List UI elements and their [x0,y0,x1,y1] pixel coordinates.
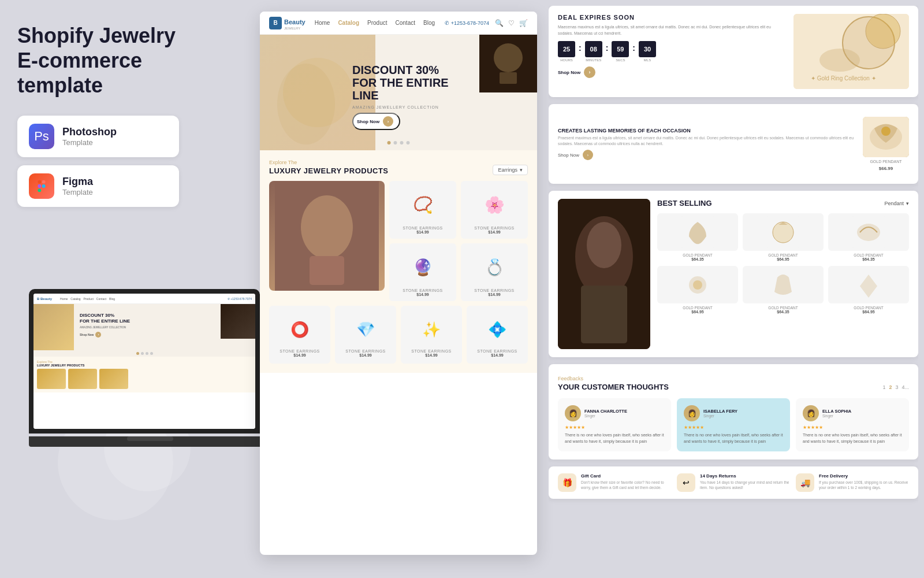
deal-cta-button[interactable]: Shop Now › [558,66,595,78]
avatar-3: 👩 [803,405,819,421]
featured-text: CREATES LASTING MEMORIES OF EACH OCCASIO… [558,128,856,161]
bs-product-1[interactable]: GOLD PENDANT $64.35 [657,213,738,261]
product-card-3[interactable]: 🔮 STONE EARRINGS $14.99 [389,243,456,301]
testimonials-title: YOUR CUSTOMER THOUGHTS [558,383,669,391]
products-eyebrow: Explore The [269,160,389,165]
bs-product-6[interactable]: GOLD PENDANT $64.95 [828,266,909,314]
ps-icon: Ps [29,124,54,149]
testimonials-eyebrow: Feedbacks [558,376,583,381]
page-1[interactable]: 1 [882,384,885,390]
bs-chevron-icon: ▾ [906,201,909,206]
product-card-1[interactable]: 📿 STONE EARRINGS $14.99 [389,181,456,239]
hero-discount: DISCOUNT 30% FOR THE ENTIRE LINE [352,64,474,102]
svg-rect-9 [500,72,517,84]
left-panel: Shopify Jewelry E-commerce template Ps P… [17,23,214,215]
featured-shop-btn[interactable]: Shop Now › [558,150,856,160]
search-icon[interactable]: 🔍 [495,19,504,27]
bs-product-2[interactable]: GOLD PENDANT $64.95 [743,213,824,261]
deal-image: ✦ Gold Ring Collection ✦ [793,14,909,89]
deal-cta-arrow: › [584,66,595,78]
feature-delivery-title: Free Delivery [819,473,909,479]
mini-logo: B Beauty [37,297,52,301]
featured-title: CREATES LASTING MEMORIES OF EACH OCCASIO… [558,128,856,134]
svg-rect-12 [310,256,344,285]
product-card-7[interactable]: ✨ STONE EARRINGS $14.99 [401,306,462,364]
hero-subtitle: AMAZING JEWELLERY COLLECTION [352,105,474,109]
page-title: Shopify Jewelry E-commerce template [17,23,214,98]
figma-badge[interactable]: Figma Template [17,165,179,207]
svg-point-16 [819,49,860,72]
feature-gift-title: Gift Card [581,473,671,479]
dot-3[interactable] [400,141,404,144]
deal-timer: 25 HOURS : 08 MINUTES : 59 SECS : 30 MLS [558,41,784,62]
nav-contact[interactable]: Contact [396,20,415,26]
laptop-screen-content: B Beauty Home Catalog Product Contact Bl… [33,294,255,429]
best-selling-section: BEST SELLING Pendant ▾ GOLD PENDANT $64.… [549,191,918,357]
stars-1: ★★★★★ [565,425,664,430]
site-logo: B Beauty JEWELRY [269,16,305,30]
feature-gift-card: 🎁 Gift Card Don't know their size or fav… [558,473,671,492]
svg-text:✦ Gold Ring Collection ✦: ✦ Gold Ring Collection ✦ [811,75,876,81]
featured-price: $66.99 [879,166,893,171]
mini-website: B Beauty Home Catalog Product Contact Bl… [33,294,255,429]
cart-icon[interactable]: 🛒 [519,19,528,27]
svg-rect-0 [38,180,41,183]
featured-description: Praesent maximus est a ligula ultrices, … [558,135,856,147]
laptop-mockup: B Beauty Home Catalog Product Contact Bl… [29,289,271,468]
nav-blog[interactable]: Blog [423,20,435,26]
photoshop-badge[interactable]: Ps Photoshop Template [17,116,179,157]
hero-section: DISCOUNT 30% FOR THE ENTIRE LINE AMAZING… [260,35,537,150]
product-model [269,181,385,301]
svg-rect-1 [42,180,46,183]
feature-delivery: 🚚 Free Delivery If you purchase over 100… [796,473,909,492]
svg-point-27 [773,222,793,243]
products-filter[interactable]: Earrings ▾ [493,165,528,175]
products-layout: 📿 STONE EARRINGS $14.99 🌸 STONE EARRINGS… [269,181,528,301]
mini-dots [33,350,255,357]
svg-rect-24 [581,286,627,343]
footer-features: 🎁 Gift Card Don't know their size or fav… [549,466,918,499]
bs-product-5[interactable]: GOLD PENDANT $64.35 [743,266,824,314]
delivery-icon: 🚚 [796,473,814,492]
gift-card-icon: 🎁 [558,473,576,492]
testimonial-2: 👩 ISABELLA FERY Singer ★★★★★ There is no… [677,398,790,451]
products-grid: 📿 STONE EARRINGS $14.99 🌸 STONE EARRINGS… [389,181,528,301]
page-4[interactable]: 4... [901,384,909,390]
stars-2: ★★★★★ [684,425,783,430]
feature-returns-desc: You have 14 days to change your mind and… [700,480,790,490]
timer-hours: 25 HOURS [558,41,575,62]
figma-sub: Template [62,188,93,197]
svg-point-6 [277,64,335,144]
nav-catalog[interactable]: Catalog [338,20,359,26]
nav-product[interactable]: Product [367,20,387,26]
bs-product-4[interactable]: GOLD PENDANT $64.95 [657,266,738,314]
svg-point-20 [881,127,891,136]
review-text-1: There is no one who loves pain itself, w… [565,432,664,444]
wishlist-icon[interactable]: ♡ [508,19,515,27]
product-card-4[interactable]: 💍 STONE EARRINGS $14.99 [461,243,528,301]
testimonials-pagination: 1 2 3 4... [882,384,909,390]
feature-delivery-desc: If you purchase over 100$, shipping is o… [819,480,909,490]
mini-hero-bg [33,304,74,350]
bs-content: BEST SELLING Pendant ▾ GOLD PENDANT $64.… [657,199,909,349]
product-card-6[interactable]: 💎 STONE EARRINGS $14.99 [335,306,396,364]
nav-home[interactable]: Home [315,20,330,26]
svg-point-11 [301,195,353,259]
dot-1[interactable] [388,141,391,144]
page-3[interactable]: 3 [895,384,898,390]
product-card-2[interactable]: 🌸 STONE EARRINGS $14.99 [461,181,528,239]
product-card-8[interactable]: 💠 STONE EARRINGS $14.99 [467,306,528,364]
hero-text: DISCOUNT 30% FOR THE ENTIRE LINE AMAZING… [352,64,474,130]
dot-4[interactable] [407,141,410,144]
review-text-3: There is no one who loves pain itself, w… [803,432,902,444]
logo-name: Beauty [284,18,305,25]
hero-cta-button[interactable]: Shop Now › [352,113,400,130]
page-2[interactable]: 2 [889,384,892,390]
bs-product-3[interactable]: GOLD PENDANT $64.35 [828,213,909,261]
returns-icon: ↩ [677,473,695,492]
product-card-5[interactable]: ⭕ STONE EARRINGS $14.99 [269,306,330,364]
main-website-preview: B Beauty JEWELRY Home Catalog Product Co… [260,12,537,555]
bs-filter[interactable]: Pendant ▾ [884,201,909,206]
featured-section: CREATES LASTING MEMORIES OF EACH OCCASIO… [549,104,918,184]
dot-2[interactable] [394,141,397,144]
